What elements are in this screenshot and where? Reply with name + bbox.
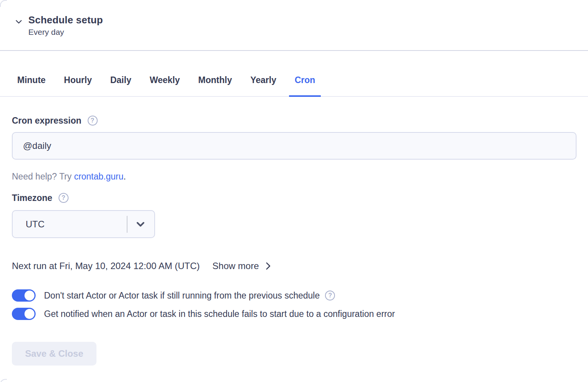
crontab-guru-link[interactable]: crontab.guru <box>74 171 123 181</box>
tab-hourly[interactable]: Hourly <box>58 75 98 96</box>
tab-yearly[interactable]: Yearly <box>245 75 282 96</box>
tab-monthly[interactable]: Monthly <box>193 75 238 96</box>
cron-help-text: Need help? Try crontab.guru. <box>12 171 577 182</box>
tab-minute[interactable]: Minute <box>11 75 51 96</box>
toggle-knob <box>24 309 34 319</box>
page-subtitle: Every day <box>28 27 103 38</box>
tab-weekly[interactable]: Weekly <box>144 75 186 96</box>
chevron-right-icon <box>263 261 273 271</box>
notify-toggle[interactable] <box>12 308 36 320</box>
dont-start-help-icon[interactable]: ? <box>325 291 335 300</box>
schedule-type-tabs: Minute Hourly Daily Weekly Monthly Yearl… <box>0 75 588 97</box>
toggle-knob <box>24 291 34 300</box>
cron-expression-help-icon[interactable]: ? <box>88 116 98 126</box>
timezone-label: Timezone <box>12 193 52 203</box>
dont-start-toggle-label: Don't start Actor or Actor task if still… <box>44 290 320 301</box>
save-close-button[interactable]: Save & Close <box>12 342 96 366</box>
page-title: Schedule setup <box>28 14 103 26</box>
next-card-corner-decoration <box>0 379 7 382</box>
timezone-selected-value: UTC <box>13 219 127 230</box>
timezone-select[interactable]: UTC <box>12 210 155 238</box>
timezone-help-icon[interactable]: ? <box>59 193 69 203</box>
dont-start-toggle[interactable] <box>12 289 36 302</box>
next-run-text: Next run at Fri, May 10, 2024 12:00 AM (… <box>12 260 200 272</box>
cron-help-prefix: Need help? Try <box>12 171 74 181</box>
schedule-setup-header: Schedule setup Every day <box>0 0 588 51</box>
collapse-chevron-down-icon[interactable] <box>14 17 24 28</box>
cron-expression-input[interactable] <box>12 132 577 160</box>
tab-cron[interactable]: Cron <box>289 75 321 97</box>
chevron-down-icon <box>134 218 147 230</box>
cron-expression-label: Cron expression <box>12 115 82 126</box>
tab-daily[interactable]: Daily <box>105 75 137 96</box>
show-more-link[interactable]: Show more <box>212 260 273 272</box>
cron-help-suffix: . <box>124 171 126 181</box>
select-divider <box>127 216 127 233</box>
toggle-row-notify: Get notified when an Actor or task in th… <box>12 308 577 320</box>
toggle-row-dont-start: Don't start Actor or Actor task if still… <box>12 289 577 302</box>
notify-toggle-label: Get notified when an Actor or task in th… <box>44 308 395 320</box>
show-more-label: Show more <box>212 260 259 272</box>
